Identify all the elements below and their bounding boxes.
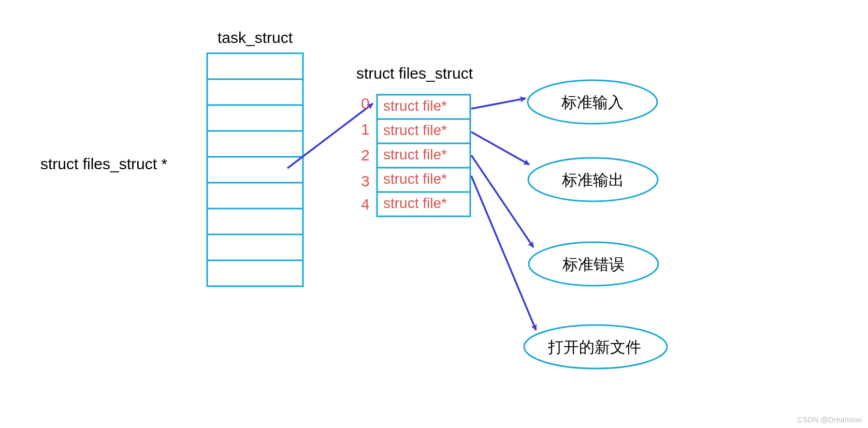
target-stderr-label: 标准错误 (562, 254, 625, 275)
fd-index-4: 4 (361, 196, 370, 213)
fd-index-0: 0 (361, 95, 370, 112)
target-newfile-label: 打开的新文件 (548, 337, 641, 358)
arrow-fd1-stdout (471, 132, 529, 165)
fd-index-1: 1 (361, 121, 370, 138)
task-struct-box (207, 53, 303, 286)
arrow-task-to-files (287, 104, 373, 168)
files-struct-pointer-label: struct files_struct * (40, 155, 167, 173)
fd-cell-2: struct file* (383, 146, 447, 163)
arrow-fd2-stderr (471, 155, 533, 247)
fd-cell-4: struct file* (383, 195, 447, 212)
arrow-fd0-stdin (471, 98, 526, 109)
fd-cell-0: struct file* (383, 98, 447, 114)
fd-cell-3: struct file* (383, 171, 447, 187)
arrow-fd3-newfile (471, 176, 536, 330)
fd-index-2: 2 (361, 146, 370, 164)
fd-cell-1: struct file* (383, 122, 447, 139)
files-struct-title: struct files_struct (356, 65, 473, 82)
svg-rect-0 (207, 53, 303, 286)
target-stdout-label: 标准输出 (562, 170, 624, 191)
watermark: CSDN @Dreamswi (798, 416, 862, 424)
fd-index-3: 3 (361, 172, 370, 190)
task-struct-title: task_struct (218, 29, 293, 47)
target-stdin-label: 标准输入 (561, 92, 624, 113)
